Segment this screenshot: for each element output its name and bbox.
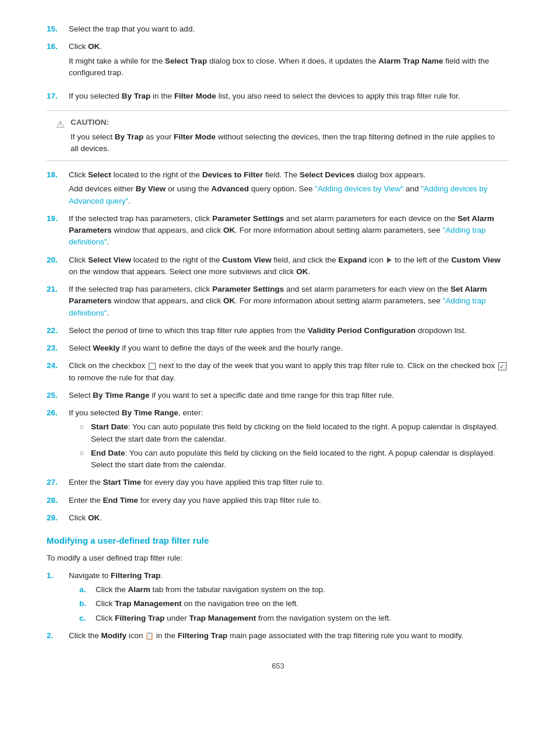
section-step-1c-text: Click Filtering Trap under Trap Manageme… bbox=[96, 612, 391, 624]
section-step-2: 2. Click the Modify icon 📋 in the Filter… bbox=[47, 630, 509, 642]
bullet-icon-end: ○ bbox=[79, 447, 91, 459]
section-step-2-text: Click the Modify icon 📋 in the Filtering… bbox=[69, 631, 463, 640]
step-16-number: 16. bbox=[47, 41, 69, 52]
step-22-text: Select the period of time to which this … bbox=[69, 326, 466, 335]
section-heading: Modifying a user-defined trap filter rul… bbox=[47, 534, 509, 548]
step-15: 15. Select the trap that you want to add… bbox=[47, 23, 509, 35]
step-28-text: Enter the End Time for every day you hav… bbox=[69, 496, 321, 505]
step-25-text: Select By Time Range if you want to set … bbox=[69, 391, 394, 400]
step-18-number: 18. bbox=[47, 169, 69, 181]
step-19-content: If the selected trap has parameters, cli… bbox=[69, 213, 509, 249]
caution-icon: ⚠ bbox=[56, 117, 65, 132]
step-16-subtext: It might take a while for the Select Tra… bbox=[69, 55, 509, 79]
step-17-number: 17. bbox=[47, 90, 69, 102]
step-20-number: 20. bbox=[47, 254, 69, 266]
step-27-content: Enter the Start Time for every day you h… bbox=[69, 477, 509, 488]
link-adding-trap-defs-19[interactable]: "Adding trap definitions" bbox=[69, 226, 485, 246]
step-28: 28. Enter the End Time for every day you… bbox=[47, 495, 509, 506]
step-26-text: If you selected By Time Range, enter: bbox=[69, 408, 203, 417]
step-21: 21. If the selected trap has parameters,… bbox=[47, 284, 509, 319]
step-25: 25. Select By Time Range if you want to … bbox=[47, 390, 509, 401]
step-25-number: 25. bbox=[47, 390, 69, 401]
step-27: 27. Enter the Start Time for every day y… bbox=[47, 477, 509, 488]
section-step-1b-text: Click Trap Management on the navigation … bbox=[96, 598, 298, 610]
link-adding-devices-view[interactable]: "Adding devices by View" bbox=[315, 184, 403, 193]
step-20: 20. Click Select View located to the rig… bbox=[47, 254, 509, 278]
section-step-2-number: 2. bbox=[47, 630, 69, 642]
step-21-text: If the selected trap has parameters, cli… bbox=[69, 285, 487, 317]
section-step-1a-label: a. bbox=[79, 584, 96, 596]
step-18-subtext: Add devices either By View or using the … bbox=[69, 183, 509, 207]
step-21-number: 21. bbox=[47, 284, 69, 295]
link-adding-devices-advanced[interactable]: "Adding devices by Advanced query" bbox=[69, 184, 488, 205]
step-29: 29. Click OK. bbox=[47, 512, 509, 524]
step-22: 22. Select the period of time to which t… bbox=[47, 325, 509, 337]
step-24: 24. Click on the checkbox next to the da… bbox=[47, 360, 509, 384]
step-23-number: 23. bbox=[47, 342, 69, 354]
step-29-number: 29. bbox=[47, 512, 69, 524]
step-23-content: Select Weekly if you want to define the … bbox=[69, 342, 509, 354]
step-26-content: If you selected By Time Range, enter: ○ … bbox=[69, 407, 509, 471]
step-17-content: If you selected By Trap in the Filter Mo… bbox=[69, 90, 509, 102]
caution-title: CAUTION: bbox=[71, 117, 500, 128]
section-step-1c-label: c. bbox=[79, 612, 96, 624]
step-18: 18. Click Select located to the right of… bbox=[47, 169, 509, 207]
section-step-1b: b. Click Trap Management on the navigati… bbox=[79, 598, 509, 610]
section-step-2-content: Click the Modify icon 📋 in the Filtering… bbox=[69, 630, 509, 642]
section-step-1b-label: b. bbox=[79, 598, 96, 610]
step-20-text: Click Select View located to the right o… bbox=[69, 256, 501, 276]
step-22-number: 22. bbox=[47, 325, 69, 337]
section-step-1-text: Navigate to Filtering Trap. bbox=[69, 571, 163, 580]
step-18-content: Click Select located to the right of the… bbox=[69, 169, 509, 207]
step-24-number: 24. bbox=[47, 360, 69, 372]
link-adding-trap-defs-21[interactable]: "Adding trap definitions" bbox=[69, 296, 485, 317]
step-25-content: Select By Time Range if you want to set … bbox=[69, 390, 509, 401]
step-20-content: Click Select View located to the right o… bbox=[69, 254, 509, 278]
step-19: 19. If the selected trap has parameters,… bbox=[47, 213, 509, 249]
section-step-1-content: Navigate to Filtering Trap. a. Click the… bbox=[69, 570, 509, 624]
step-26-end-date: End Date: You can auto populate this fie… bbox=[91, 447, 509, 471]
step-23: 23. Select Weekly if you want to define … bbox=[47, 342, 509, 354]
section-step-1a-text: Click the Alarm tab from the tabular nav… bbox=[96, 584, 325, 596]
section-intro: To modify a user defined trap filter rul… bbox=[47, 552, 509, 564]
step-24-content: Click on the checkbox next to the day of… bbox=[69, 360, 509, 384]
step-26-bullet-start: ○ Start Date: You can auto populate this… bbox=[79, 421, 509, 445]
checkbox-empty bbox=[149, 363, 156, 370]
section-step-1: 1. Navigate to Filtering Trap. a. Click … bbox=[47, 570, 509, 624]
step-26-bullet-end: ○ End Date: You can auto populate this f… bbox=[79, 447, 509, 471]
checkbox-checked bbox=[498, 362, 506, 370]
step-19-number: 19. bbox=[47, 213, 69, 225]
page-number: 653 bbox=[47, 660, 509, 672]
step-22-content: Select the period of time to which this … bbox=[69, 325, 509, 337]
step-17-text: If you selected By Trap in the Filter Mo… bbox=[69, 92, 460, 100]
step-27-text: Enter the Start Time for every day you h… bbox=[69, 478, 324, 487]
bullet-icon-start: ○ bbox=[79, 421, 91, 433]
step-17: 17. If you selected By Trap in the Filte… bbox=[47, 90, 509, 102]
step-29-text: Click OK. bbox=[69, 513, 102, 522]
section-step-1-number: 1. bbox=[47, 570, 69, 582]
section-step-1a: a. Click the Alarm tab from the tabular … bbox=[79, 584, 509, 596]
caution-text: If you select By Trap as your Filter Mod… bbox=[71, 131, 500, 155]
step-16: 16. Click OK. It might take a while for … bbox=[47, 41, 509, 85]
expand-icon bbox=[387, 257, 392, 263]
step-15-number: 15. bbox=[47, 23, 69, 35]
section-step-1c: c. Click Filtering Trap under Trap Manag… bbox=[79, 612, 509, 624]
step-15-text: Select the trap that you want to add. bbox=[69, 24, 195, 33]
step-26-number: 26. bbox=[47, 407, 69, 419]
step-21-content: If the selected trap has parameters, cli… bbox=[69, 284, 509, 319]
step-19-text: If the selected trap has parameters, cli… bbox=[69, 214, 494, 247]
modify-icon: 📋 bbox=[145, 632, 154, 640]
step-18-text: Click Select located to the right of the… bbox=[69, 170, 425, 179]
step-26: 26. If you selected By Time Range, enter… bbox=[47, 407, 509, 471]
step-28-content: Enter the End Time for every day you hav… bbox=[69, 495, 509, 506]
step-28-number: 28. bbox=[47, 495, 69, 506]
step-27-number: 27. bbox=[47, 477, 69, 488]
step-16-content: Click OK. It might take a while for the … bbox=[69, 41, 509, 85]
step-24-text: Click on the checkbox next to the day of… bbox=[69, 361, 508, 382]
step-16-text: Click OK. bbox=[69, 42, 102, 51]
caution-box: ⚠ CAUTION: If you select By Trap as your… bbox=[47, 110, 509, 161]
step-23-text: Select Weekly if you want to define the … bbox=[69, 344, 343, 352]
step-15-content: Select the trap that you want to add. bbox=[69, 23, 509, 35]
step-26-start-date: Start Date: You can auto populate this f… bbox=[91, 421, 509, 445]
caution-content: CAUTION: If you select By Trap as your F… bbox=[71, 117, 500, 155]
